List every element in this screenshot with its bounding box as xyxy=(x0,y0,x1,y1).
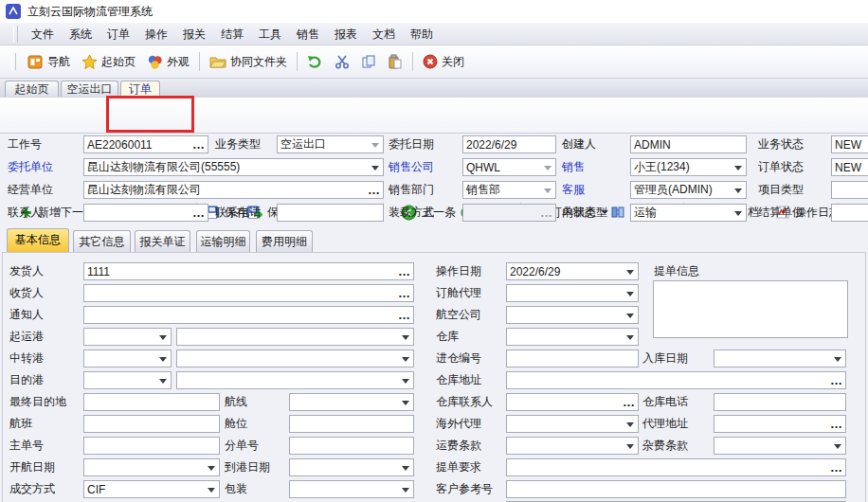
package-combo[interactable] xyxy=(289,480,414,498)
etd-combo[interactable] xyxy=(83,458,220,476)
nav-button[interactable]: 导航 xyxy=(22,52,76,72)
load-mode-field[interactable]: … xyxy=(462,204,556,222)
instock-date-combo[interactable] xyxy=(714,350,846,368)
customer-ref-field[interactable] xyxy=(506,480,846,498)
ellipsis-icon[interactable]: … xyxy=(830,377,842,385)
ellipsis-icon[interactable]: … xyxy=(830,421,842,428)
dropdown-arrow-icon[interactable] xyxy=(159,379,167,387)
warehouse-addr-field[interactable]: … xyxy=(506,371,846,389)
dropdown-arrow-icon[interactable] xyxy=(734,166,742,174)
warehouse-phone-field[interactable] xyxy=(714,393,846,411)
dropdown-arrow-icon[interactable] xyxy=(626,314,634,322)
pol-code-combo[interactable] xyxy=(83,328,172,346)
appearance-button[interactable]: 外观 xyxy=(141,52,195,72)
home-button[interactable]: 起始页 xyxy=(76,52,141,72)
close-button[interactable]: 关闭 xyxy=(417,52,470,72)
final-dest-field[interactable] xyxy=(83,393,220,411)
customer-service-combo[interactable]: 管理员(ADMIN) xyxy=(630,181,747,199)
transit-code-combo[interactable] xyxy=(83,350,172,368)
dropdown-arrow-icon[interactable] xyxy=(626,270,634,278)
dropdown-arrow-icon[interactable] xyxy=(834,444,841,453)
dropdown-arrow-icon[interactable] xyxy=(734,188,742,197)
notify-party-field[interactable]: … xyxy=(83,306,414,324)
dropdown-arrow-icon[interactable] xyxy=(626,444,634,453)
transit-name-combo[interactable] xyxy=(176,350,414,368)
subtab-customs-docs[interactable]: 报关单证 xyxy=(135,230,190,252)
misc-terms-combo[interactable] xyxy=(714,437,846,455)
warehouse-contact-field[interactable]: … xyxy=(506,393,639,411)
dropdown-arrow-icon[interactable] xyxy=(402,335,409,344)
dropdown-arrow-icon[interactable] xyxy=(626,292,634,300)
menu-documents[interactable]: 文档 xyxy=(365,25,403,44)
contact-field[interactable]: … xyxy=(83,204,208,222)
dropdown-arrow-icon[interactable] xyxy=(626,422,634,431)
menu-file[interactable]: 文件 xyxy=(24,25,62,44)
ellipsis-icon[interactable]: … xyxy=(830,464,842,472)
trade-terms-combo[interactable]: CIF xyxy=(83,480,220,498)
menubar-grip-handle[interactable] xyxy=(13,26,18,43)
tab-order[interactable]: 订单 xyxy=(120,81,160,99)
op-unit-field[interactable]: 昆山达刻物流有限公司… xyxy=(83,181,384,199)
subtab-other-info[interactable]: 其它信息 xyxy=(73,230,131,252)
dropdown-arrow-icon[interactable] xyxy=(159,335,167,344)
subtab-fee-detail[interactable]: 费用明细 xyxy=(256,230,313,252)
agent-addr-field[interactable]: … xyxy=(714,415,846,433)
dropdown-arrow-icon[interactable] xyxy=(371,143,379,152)
sales-combo[interactable]: 小王(1234) xyxy=(630,158,747,176)
dropdown-arrow-icon[interactable] xyxy=(544,166,552,174)
settle-unit-field[interactable] xyxy=(831,204,868,222)
dropdown-arrow-icon[interactable] xyxy=(402,379,409,387)
subtab-transport-detail[interactable]: 运输明细 xyxy=(196,230,250,252)
hawb-field[interactable] xyxy=(289,437,414,455)
dropdown-arrow-icon[interactable] xyxy=(626,335,634,344)
copy-button[interactable] xyxy=(355,52,382,71)
menu-customs[interactable]: 报关 xyxy=(175,25,213,44)
order-status-field[interactable]: NEW xyxy=(831,158,868,176)
dropdown-arrow-icon[interactable] xyxy=(402,357,409,366)
route-combo[interactable] xyxy=(289,393,414,411)
menu-tools[interactable]: 工具 xyxy=(251,25,289,44)
menu-operation[interactable]: 操作 xyxy=(137,25,175,44)
ellipsis-icon[interactable]: … xyxy=(398,312,410,319)
internal-type-combo[interactable]: 运输 xyxy=(630,204,747,222)
sales-dept-combo[interactable]: 销售部 xyxy=(462,181,556,199)
paste-button[interactable] xyxy=(382,52,408,71)
menu-order[interactable]: 订单 xyxy=(99,25,137,44)
dropdown-arrow-icon[interactable] xyxy=(159,357,167,366)
shipper-field[interactable]: 1111… xyxy=(83,262,414,280)
dropdown-arrow-icon[interactable] xyxy=(544,188,552,197)
tab-start-page[interactable]: 起始页 xyxy=(5,81,59,97)
phone-field[interactable] xyxy=(277,204,384,222)
project-type-field[interactable] xyxy=(831,181,868,199)
ellipsis-icon[interactable]: … xyxy=(192,141,205,149)
menu-system[interactable]: 系统 xyxy=(62,25,99,44)
menu-settlement[interactable]: 结算 xyxy=(213,25,251,44)
warehouse-no-field[interactable] xyxy=(506,350,639,368)
op-date-combo[interactable]: 2022/6/29 xyxy=(506,262,639,280)
toolbar-grip-handle[interactable] xyxy=(11,53,16,70)
dropdown-arrow-icon[interactable] xyxy=(402,401,409,409)
client-combo[interactable]: 昆山达刻物流有限公司(55555) xyxy=(83,158,384,176)
dropdown-arrow-icon[interactable] xyxy=(402,466,409,475)
sales-company-combo[interactable]: QHWL xyxy=(462,158,556,176)
menu-help[interactable]: 帮助 xyxy=(403,25,441,44)
ellipsis-icon[interactable]: … xyxy=(192,209,205,217)
dropdown-arrow-icon[interactable] xyxy=(208,488,215,496)
undo-button[interactable] xyxy=(301,52,329,71)
space-field[interactable] xyxy=(289,415,414,433)
ellipsis-icon[interactable]: … xyxy=(368,187,380,194)
subtab-basic-info[interactable]: 基本信息 xyxy=(7,228,69,252)
flight-field[interactable] xyxy=(83,415,220,433)
biz-status-field[interactable]: NEW xyxy=(831,135,868,153)
bl-req-field[interactable]: … xyxy=(506,458,846,476)
bl-info-textarea[interactable] xyxy=(653,280,848,338)
job-no-field[interactable]: AE22060011… xyxy=(83,135,208,153)
booking-agent-combo[interactable] xyxy=(506,284,639,302)
warehouse-combo[interactable] xyxy=(506,328,639,346)
dropdown-arrow-icon[interactable] xyxy=(371,166,379,174)
consignee-field[interactable]: … xyxy=(83,284,414,302)
tab-air-export[interactable]: 空运出口 xyxy=(61,81,118,97)
pod-code-combo[interactable] xyxy=(83,371,172,389)
airline-combo[interactable] xyxy=(506,306,639,324)
freight-terms-combo[interactable] xyxy=(506,437,639,455)
